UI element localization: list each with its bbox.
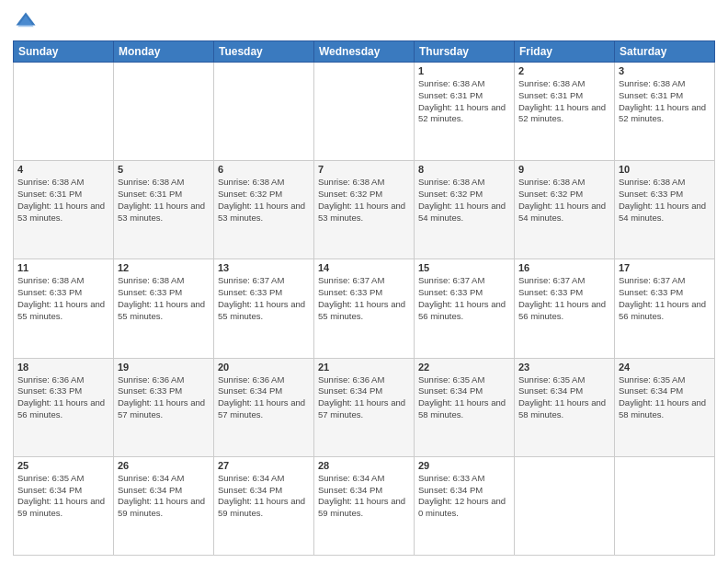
calendar-cell	[114, 63, 214, 161]
day-info: Sunrise: 6:36 AM Sunset: 6:33 PM Dayligh…	[118, 374, 210, 421]
day-info: Sunrise: 6:37 AM Sunset: 6:33 PM Dayligh…	[619, 275, 711, 322]
calendar-cell: 3Sunrise: 6:38 AM Sunset: 6:31 PM Daylig…	[615, 63, 715, 161]
day-info: Sunrise: 6:33 AM Sunset: 6:34 PM Dayligh…	[418, 473, 510, 520]
day-info: Sunrise: 6:38 AM Sunset: 6:32 PM Dayligh…	[318, 177, 410, 224]
day-info: Sunrise: 6:38 AM Sunset: 6:31 PM Dayligh…	[418, 78, 510, 125]
calendar-cell: 5Sunrise: 6:38 AM Sunset: 6:31 PM Daylig…	[114, 161, 214, 259]
day-info: Sunrise: 6:38 AM Sunset: 6:31 PM Dayligh…	[518, 78, 610, 125]
day-info: Sunrise: 6:36 AM Sunset: 6:33 PM Dayligh…	[17, 374, 109, 421]
day-info: Sunrise: 6:37 AM Sunset: 6:33 PM Dayligh…	[518, 275, 610, 322]
logo	[13, 9, 42, 35]
calendar-cell: 1Sunrise: 6:38 AM Sunset: 6:31 PM Daylig…	[415, 63, 515, 161]
day-info: Sunrise: 6:37 AM Sunset: 6:33 PM Dayligh…	[318, 275, 410, 322]
day-info: Sunrise: 6:37 AM Sunset: 6:33 PM Dayligh…	[418, 275, 510, 322]
day-number: 1	[418, 65, 510, 76]
weekday-header-row: SundayMondayTuesdayWednesdayThursdayFrid…	[14, 41, 715, 63]
calendar-cell: 27Sunrise: 6:34 AM Sunset: 6:34 PM Dayli…	[214, 456, 314, 555]
day-number: 20	[218, 362, 310, 373]
day-number: 12	[118, 262, 210, 273]
day-number: 27	[218, 460, 310, 471]
day-number: 10	[619, 164, 711, 175]
calendar-cell: 22Sunrise: 6:35 AM Sunset: 6:34 PM Dayli…	[415, 358, 515, 456]
day-number: 18	[17, 362, 109, 373]
calendar-cell: 15Sunrise: 6:37 AM Sunset: 6:33 PM Dayli…	[415, 259, 515, 358]
day-number: 3	[619, 65, 711, 76]
calendar-cell: 7Sunrise: 6:38 AM Sunset: 6:32 PM Daylig…	[314, 161, 415, 259]
day-number: 24	[619, 362, 711, 373]
day-info: Sunrise: 6:35 AM Sunset: 6:34 PM Dayligh…	[418, 374, 510, 421]
calendar-cell: 17Sunrise: 6:37 AM Sunset: 6:33 PM Dayli…	[615, 259, 715, 358]
day-number: 6	[218, 164, 310, 175]
calendar-week-1: 4Sunrise: 6:38 AM Sunset: 6:31 PM Daylig…	[14, 161, 715, 259]
day-info: Sunrise: 6:38 AM Sunset: 6:31 PM Dayligh…	[619, 78, 711, 125]
day-number: 25	[17, 460, 109, 471]
day-info: Sunrise: 6:34 AM Sunset: 6:34 PM Dayligh…	[118, 473, 210, 520]
day-number: 14	[318, 262, 410, 273]
calendar-cell: 11Sunrise: 6:38 AM Sunset: 6:33 PM Dayli…	[14, 259, 114, 358]
weekday-header-thursday: Thursday	[415, 41, 515, 63]
calendar-cell: 24Sunrise: 6:35 AM Sunset: 6:34 PM Dayli…	[615, 358, 715, 456]
logo-icon	[13, 9, 39, 35]
weekday-header-friday: Friday	[515, 41, 615, 63]
day-number: 7	[318, 164, 410, 175]
day-info: Sunrise: 6:38 AM Sunset: 6:32 PM Dayligh…	[418, 177, 510, 224]
calendar-cell	[314, 63, 415, 161]
day-info: Sunrise: 6:35 AM Sunset: 6:34 PM Dayligh…	[518, 374, 610, 421]
calendar-cell: 10Sunrise: 6:38 AM Sunset: 6:33 PM Dayli…	[615, 161, 715, 259]
calendar-cell: 23Sunrise: 6:35 AM Sunset: 6:34 PM Dayli…	[515, 358, 615, 456]
day-info: Sunrise: 6:37 AM Sunset: 6:33 PM Dayligh…	[218, 275, 310, 322]
calendar-cell: 12Sunrise: 6:38 AM Sunset: 6:33 PM Dayli…	[114, 259, 214, 358]
weekday-header-saturday: Saturday	[615, 41, 715, 63]
calendar-cell: 4Sunrise: 6:38 AM Sunset: 6:31 PM Daylig…	[14, 161, 114, 259]
day-info: Sunrise: 6:38 AM Sunset: 6:32 PM Dayligh…	[218, 177, 310, 224]
day-info: Sunrise: 6:38 AM Sunset: 6:31 PM Dayligh…	[118, 177, 210, 224]
calendar-cell: 6Sunrise: 6:38 AM Sunset: 6:32 PM Daylig…	[214, 161, 314, 259]
calendar-cell	[615, 456, 715, 555]
day-info: Sunrise: 6:38 AM Sunset: 6:33 PM Dayligh…	[118, 275, 210, 322]
day-number: 9	[518, 164, 610, 175]
day-number: 2	[518, 65, 610, 76]
day-info: Sunrise: 6:34 AM Sunset: 6:34 PM Dayligh…	[318, 473, 410, 520]
calendar-cell: 25Sunrise: 6:35 AM Sunset: 6:34 PM Dayli…	[14, 456, 114, 555]
calendar-week-3: 18Sunrise: 6:36 AM Sunset: 6:33 PM Dayli…	[14, 358, 715, 456]
calendar-week-4: 25Sunrise: 6:35 AM Sunset: 6:34 PM Dayli…	[14, 456, 715, 555]
header	[13, 9, 715, 35]
day-info: Sunrise: 6:36 AM Sunset: 6:34 PM Dayligh…	[318, 374, 410, 421]
calendar-cell: 16Sunrise: 6:37 AM Sunset: 6:33 PM Dayli…	[515, 259, 615, 358]
day-number: 16	[518, 262, 610, 273]
calendar-table: SundayMondayTuesdayWednesdayThursdayFrid…	[13, 40, 715, 556]
weekday-header-tuesday: Tuesday	[214, 41, 314, 63]
page: SundayMondayTuesdayWednesdayThursdayFrid…	[0, 0, 728, 563]
calendar-cell: 18Sunrise: 6:36 AM Sunset: 6:33 PM Dayli…	[14, 358, 114, 456]
calendar-week-2: 11Sunrise: 6:38 AM Sunset: 6:33 PM Dayli…	[14, 259, 715, 358]
day-info: Sunrise: 6:36 AM Sunset: 6:34 PM Dayligh…	[218, 374, 310, 421]
calendar-cell: 14Sunrise: 6:37 AM Sunset: 6:33 PM Dayli…	[314, 259, 415, 358]
day-info: Sunrise: 6:35 AM Sunset: 6:34 PM Dayligh…	[17, 473, 109, 520]
weekday-header-monday: Monday	[114, 41, 214, 63]
day-number: 15	[418, 262, 510, 273]
calendar-cell	[515, 456, 615, 555]
day-info: Sunrise: 6:38 AM Sunset: 6:33 PM Dayligh…	[619, 177, 711, 224]
day-info: Sunrise: 6:34 AM Sunset: 6:34 PM Dayligh…	[218, 473, 310, 520]
calendar-week-0: 1Sunrise: 6:38 AM Sunset: 6:31 PM Daylig…	[14, 63, 715, 161]
calendar-cell: 2Sunrise: 6:38 AM Sunset: 6:31 PM Daylig…	[515, 63, 615, 161]
day-number: 28	[318, 460, 410, 471]
day-number: 22	[418, 362, 510, 373]
calendar-cell: 20Sunrise: 6:36 AM Sunset: 6:34 PM Dayli…	[214, 358, 314, 456]
day-number: 11	[17, 262, 109, 273]
calendar-cell: 8Sunrise: 6:38 AM Sunset: 6:32 PM Daylig…	[415, 161, 515, 259]
day-number: 8	[418, 164, 510, 175]
day-number: 17	[619, 262, 711, 273]
calendar-cell: 26Sunrise: 6:34 AM Sunset: 6:34 PM Dayli…	[114, 456, 214, 555]
day-number: 23	[518, 362, 610, 373]
day-number: 26	[118, 460, 210, 471]
day-info: Sunrise: 6:35 AM Sunset: 6:34 PM Dayligh…	[619, 374, 711, 421]
calendar-cell	[14, 63, 114, 161]
weekday-header-wednesday: Wednesday	[314, 41, 415, 63]
calendar-cell: 28Sunrise: 6:34 AM Sunset: 6:34 PM Dayli…	[314, 456, 415, 555]
weekday-header-sunday: Sunday	[14, 41, 114, 63]
calendar-cell: 21Sunrise: 6:36 AM Sunset: 6:34 PM Dayli…	[314, 358, 415, 456]
day-number: 4	[17, 164, 109, 175]
day-info: Sunrise: 6:38 AM Sunset: 6:31 PM Dayligh…	[17, 177, 109, 224]
calendar-cell: 19Sunrise: 6:36 AM Sunset: 6:33 PM Dayli…	[114, 358, 214, 456]
